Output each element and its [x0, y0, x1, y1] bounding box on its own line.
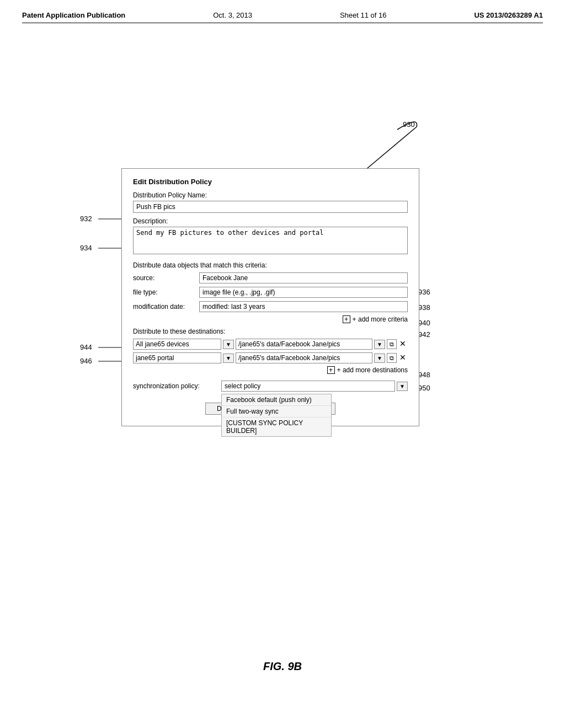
criteria-section: Distribute data objects that match this … — [133, 261, 408, 323]
dest2-remove-icon[interactable]: ✕ — [398, 353, 408, 363]
source-input[interactable] — [199, 272, 408, 283]
sync-option-2[interactable]: Full two-way sync — [222, 406, 331, 417]
description-row: Description: Send my FB pictures to othe… — [133, 217, 408, 256]
dialog-title: Edit Distribution Policy — [133, 178, 408, 186]
svg-text:936: 936 — [418, 288, 430, 296]
filetype-label: file type: — [133, 288, 199, 296]
figure-caption: FIG. 9B — [263, 660, 302, 673]
sync-label: synchronization policy: — [133, 381, 221, 390]
sync-section: synchronization policy: ▼ Facebook defau… — [133, 381, 408, 392]
svg-text:938: 938 — [418, 303, 430, 312]
sync-option-3[interactable]: [CUSTOM SYNC POLICY BUILDER] — [222, 417, 331, 436]
add-criteria-icon[interactable]: + — [343, 315, 350, 323]
dest2-copy-icon[interactable]: ⧉ — [387, 353, 397, 363]
edit-distribution-dialog: Edit Distribution Policy Distribution Po… — [121, 168, 419, 426]
sync-dropdown-arrow[interactable]: ▼ — [397, 382, 408, 391]
dest1-dropdown-arrow[interactable]: ▼ — [223, 340, 234, 349]
modification-input[interactable] — [199, 301, 408, 312]
source-row: source: — [133, 272, 408, 283]
destinations-header: Distribute to these destinations: — [133, 328, 408, 335]
dest2-device-input[interactable] — [133, 352, 221, 363]
sync-option-1[interactable]: Facebook default (push only) — [222, 394, 331, 406]
description-input[interactable]: Send my FB pictures to other devices and… — [133, 227, 408, 254]
sync-dropdown-menu: Facebook default (push only) Full two-wa… — [221, 394, 332, 437]
filetype-row: file type: — [133, 287, 408, 298]
dest1-copy-icon[interactable]: ⧉ — [387, 339, 397, 349]
add-destinations-label[interactable]: + add more destinations — [337, 366, 408, 374]
dest2-dropdown-arrow[interactable]: ▼ — [223, 354, 234, 363]
dest1-icons: ⧉ ✕ — [387, 339, 408, 349]
add-criteria-row: + + add more criteria — [133, 315, 408, 323]
add-destinations-icon[interactable]: + — [327, 366, 335, 374]
header-patent: US 2013/0263289 A1 — [474, 11, 543, 19]
sync-dropdown-container: ▼ Facebook default (push only) Full two-… — [221, 381, 408, 392]
dest2-path-dropdown[interactable]: ▼ — [374, 354, 385, 363]
destination-row-1: ▼ ▼ ⧉ ✕ — [133, 339, 408, 350]
source-label: source: — [133, 274, 199, 282]
header-sheet: Sheet 11 of 16 — [340, 11, 387, 19]
svg-text:940: 940 — [418, 319, 430, 327]
add-destinations-row: + + add more destinations — [133, 366, 408, 374]
dest2-icons: ⧉ ✕ — [387, 353, 408, 363]
add-criteria-label[interactable]: + add more criteria — [353, 315, 408, 323]
svg-text:932: 932 — [80, 215, 92, 223]
dest2-path-input[interactable] — [236, 352, 372, 363]
svg-text:950: 950 — [418, 384, 430, 392]
svg-text:930: 930 — [403, 120, 415, 129]
dest1-remove-icon[interactable]: ✕ — [398, 339, 408, 349]
dest1-path-input[interactable] — [236, 339, 372, 350]
destinations-section: Distribute to these destinations: ▼ ▼ ⧉ … — [133, 328, 408, 374]
sync-select-input[interactable] — [221, 381, 395, 392]
criteria-header: Distribute data objects that match this … — [133, 261, 408, 269]
header-publication: Patent Application Publication — [22, 11, 125, 19]
svg-text:946: 946 — [80, 357, 92, 365]
page: Patent Application Publication Oct. 3, 2… — [0, 0, 565, 728]
modification-row: modification date: — [133, 301, 408, 312]
policy-name-label: Distribution Policy Name: — [133, 191, 408, 199]
policy-name-row: Distribution Policy Name: — [133, 191, 408, 213]
dest1-device-input[interactable] — [133, 339, 221, 350]
header-date: Oct. 3, 2013 — [213, 11, 252, 19]
dialog-container: Edit Distribution Policy Distribution Po… — [121, 168, 419, 426]
svg-text:944: 944 — [80, 343, 92, 351]
description-label: Description: — [133, 217, 408, 225]
sync-select-row: ▼ — [221, 381, 408, 392]
dest1-path-dropdown[interactable]: ▼ — [374, 340, 385, 349]
svg-text:942: 942 — [418, 330, 430, 339]
destination-row-2: ▼ ▼ ⧉ ✕ — [133, 352, 408, 363]
policy-name-input[interactable] — [133, 201, 408, 213]
modification-label: modification date: — [133, 303, 199, 311]
filetype-input[interactable] — [199, 287, 408, 298]
page-header: Patent Application Publication Oct. 3, 2… — [22, 11, 543, 23]
svg-text:948: 948 — [418, 371, 430, 379]
svg-text:934: 934 — [80, 244, 92, 252]
